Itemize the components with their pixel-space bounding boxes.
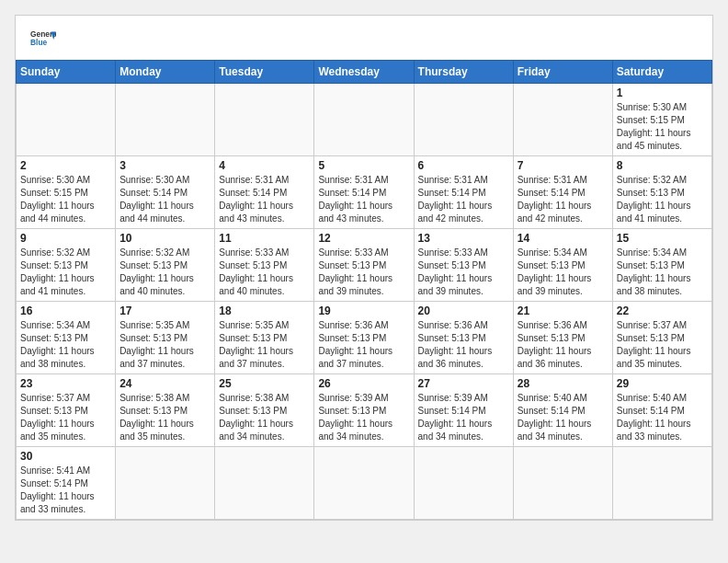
day-number: 29	[617, 377, 708, 390]
day-cell: 19Sunrise: 5:36 AM Sunset: 5:13 PM Dayli…	[314, 302, 414, 374]
day-header-thursday: Thursday	[414, 61, 513, 84]
day-cell	[215, 84, 314, 156]
day-cell: 5Sunrise: 5:31 AM Sunset: 5:14 PM Daylig…	[314, 156, 414, 229]
day-info: Sunrise: 5:32 AM Sunset: 5:13 PM Dayligh…	[617, 174, 708, 225]
day-info: Sunrise: 5:30 AM Sunset: 5:15 PM Dayligh…	[617, 101, 708, 153]
day-number: 17	[119, 304, 210, 317]
day-cell: 23Sunrise: 5:37 AM Sunset: 5:13 PM Dayli…	[17, 374, 116, 447]
day-info: Sunrise: 5:38 AM Sunset: 5:13 PM Dayligh…	[119, 392, 210, 443]
day-number: 10	[119, 232, 210, 245]
day-cell: 8Sunrise: 5:32 AM Sunset: 5:13 PM Daylig…	[612, 156, 711, 229]
day-info: Sunrise: 5:39 AM Sunset: 5:14 PM Dayligh…	[418, 392, 509, 443]
day-info: Sunrise: 5:31 AM Sunset: 5:14 PM Dayligh…	[318, 174, 409, 225]
day-header-sunday: Sunday	[17, 61, 116, 84]
day-cell: 11Sunrise: 5:33 AM Sunset: 5:13 PM Dayli…	[215, 229, 314, 302]
day-info: Sunrise: 5:30 AM Sunset: 5:14 PM Dayligh…	[119, 174, 210, 225]
day-number: 21	[518, 304, 609, 317]
day-info: Sunrise: 5:40 AM Sunset: 5:14 PM Dayligh…	[617, 392, 708, 443]
day-number: 23	[20, 377, 111, 390]
day-info: Sunrise: 5:36 AM Sunset: 5:13 PM Dayligh…	[518, 319, 609, 371]
day-cell: 25Sunrise: 5:38 AM Sunset: 5:13 PM Dayli…	[215, 374, 314, 447]
day-header-monday: Monday	[116, 61, 215, 84]
day-cell: 29Sunrise: 5:40 AM Sunset: 5:14 PM Dayli…	[612, 374, 711, 447]
day-cell: 6Sunrise: 5:31 AM Sunset: 5:14 PM Daylig…	[414, 156, 513, 229]
day-number: 12	[318, 232, 409, 245]
day-cell: 13Sunrise: 5:33 AM Sunset: 5:13 PM Dayli…	[414, 229, 513, 302]
day-info: Sunrise: 5:37 AM Sunset: 5:13 PM Dayligh…	[617, 319, 708, 371]
calendar-container: General Blue SundayMondayTuesdayWednesda…	[15, 15, 713, 521]
day-info: Sunrise: 5:36 AM Sunset: 5:13 PM Dayligh…	[418, 319, 509, 371]
day-cell	[116, 84, 215, 156]
day-info: Sunrise: 5:37 AM Sunset: 5:13 PM Dayligh…	[20, 392, 111, 443]
week-row-1: 1Sunrise: 5:30 AM Sunset: 5:15 PM Daylig…	[17, 84, 712, 156]
logo: General Blue	[30, 27, 56, 52]
day-cell: 18Sunrise: 5:35 AM Sunset: 5:13 PM Dayli…	[215, 302, 314, 374]
day-cell: 9Sunrise: 5:32 AM Sunset: 5:13 PM Daylig…	[17, 229, 116, 302]
day-info: Sunrise: 5:33 AM Sunset: 5:13 PM Dayligh…	[318, 247, 409, 298]
day-number: 3	[119, 159, 210, 172]
day-number: 24	[119, 377, 210, 390]
day-number: 13	[418, 232, 509, 245]
day-number: 5	[318, 159, 409, 172]
day-info: Sunrise: 5:39 AM Sunset: 5:13 PM Dayligh…	[318, 392, 409, 443]
day-cell: 22Sunrise: 5:37 AM Sunset: 5:13 PM Dayli…	[612, 302, 711, 374]
day-info: Sunrise: 5:31 AM Sunset: 5:14 PM Dayligh…	[518, 174, 609, 225]
day-number: 30	[20, 450, 111, 463]
day-cell	[314, 84, 414, 156]
day-cell: 4Sunrise: 5:31 AM Sunset: 5:14 PM Daylig…	[215, 156, 314, 229]
day-number: 16	[20, 304, 111, 317]
svg-text:Blue: Blue	[30, 38, 47, 47]
day-info: Sunrise: 5:34 AM Sunset: 5:13 PM Dayligh…	[518, 247, 609, 298]
day-cell	[414, 447, 513, 520]
day-info: Sunrise: 5:32 AM Sunset: 5:13 PM Dayligh…	[119, 247, 210, 298]
day-cell: 17Sunrise: 5:35 AM Sunset: 5:13 PM Dayli…	[116, 302, 215, 374]
day-number: 27	[418, 377, 509, 390]
day-cell: 12Sunrise: 5:33 AM Sunset: 5:13 PM Dayli…	[314, 229, 414, 302]
day-number: 7	[518, 159, 609, 172]
week-row-4: 16Sunrise: 5:34 AM Sunset: 5:13 PM Dayli…	[17, 302, 712, 374]
day-info: Sunrise: 5:33 AM Sunset: 5:13 PM Dayligh…	[219, 247, 310, 298]
day-number: 4	[219, 159, 310, 172]
day-info: Sunrise: 5:32 AM Sunset: 5:13 PM Dayligh…	[20, 247, 111, 298]
day-number: 22	[617, 304, 708, 317]
day-cell	[612, 447, 711, 520]
day-info: Sunrise: 5:36 AM Sunset: 5:13 PM Dayligh…	[318, 319, 409, 371]
day-cell: 26Sunrise: 5:39 AM Sunset: 5:13 PM Dayli…	[314, 374, 414, 447]
day-number: 11	[219, 232, 310, 245]
day-info: Sunrise: 5:33 AM Sunset: 5:13 PM Dayligh…	[418, 247, 509, 298]
day-cell: 14Sunrise: 5:34 AM Sunset: 5:13 PM Dayli…	[513, 229, 612, 302]
day-info: Sunrise: 5:38 AM Sunset: 5:13 PM Dayligh…	[219, 392, 310, 443]
day-cell: 21Sunrise: 5:36 AM Sunset: 5:13 PM Dayli…	[513, 302, 612, 374]
day-info: Sunrise: 5:34 AM Sunset: 5:13 PM Dayligh…	[617, 247, 708, 298]
day-number: 9	[20, 232, 111, 245]
day-cell: 27Sunrise: 5:39 AM Sunset: 5:14 PM Dayli…	[414, 374, 513, 447]
day-info: Sunrise: 5:30 AM Sunset: 5:15 PM Dayligh…	[20, 174, 111, 225]
day-number: 6	[418, 159, 509, 172]
day-info: Sunrise: 5:34 AM Sunset: 5:13 PM Dayligh…	[20, 319, 111, 371]
day-cell	[17, 84, 116, 156]
day-header-wednesday: Wednesday	[314, 61, 414, 84]
day-cell	[414, 84, 513, 156]
day-cell: 2Sunrise: 5:30 AM Sunset: 5:15 PM Daylig…	[17, 156, 116, 229]
calendar-table: SundayMondayTuesdayWednesdayThursdayFrid…	[16, 60, 712, 520]
day-number: 19	[318, 304, 409, 317]
day-cell: 24Sunrise: 5:38 AM Sunset: 5:13 PM Dayli…	[116, 374, 215, 447]
day-info: Sunrise: 5:41 AM Sunset: 5:14 PM Dayligh…	[20, 465, 111, 516]
day-info: Sunrise: 5:40 AM Sunset: 5:14 PM Dayligh…	[518, 392, 609, 443]
week-row-3: 9Sunrise: 5:32 AM Sunset: 5:13 PM Daylig…	[17, 229, 712, 302]
day-cell	[314, 447, 414, 520]
day-cell: 1Sunrise: 5:30 AM Sunset: 5:15 PM Daylig…	[612, 84, 711, 156]
day-cell: 15Sunrise: 5:34 AM Sunset: 5:13 PM Dayli…	[612, 229, 711, 302]
day-info: Sunrise: 5:35 AM Sunset: 5:13 PM Dayligh…	[219, 319, 310, 371]
logo-icon: General Blue	[30, 27, 56, 52]
day-cell	[513, 447, 612, 520]
day-header-saturday: Saturday	[612, 61, 711, 84]
day-cell: 30Sunrise: 5:41 AM Sunset: 5:14 PM Dayli…	[17, 447, 116, 520]
day-number: 1	[617, 86, 708, 99]
day-number: 20	[418, 304, 509, 317]
day-info: Sunrise: 5:31 AM Sunset: 5:14 PM Dayligh…	[418, 174, 509, 225]
day-info: Sunrise: 5:31 AM Sunset: 5:14 PM Dayligh…	[219, 174, 310, 225]
day-cell: 16Sunrise: 5:34 AM Sunset: 5:13 PM Dayli…	[17, 302, 116, 374]
day-number: 26	[318, 377, 409, 390]
day-header-tuesday: Tuesday	[215, 61, 314, 84]
